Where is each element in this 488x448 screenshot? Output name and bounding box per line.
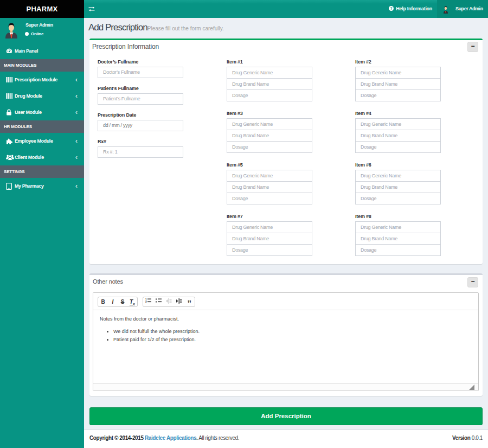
svg-text:2: 2 xyxy=(145,301,147,304)
svg-text:?: ? xyxy=(390,7,393,10)
